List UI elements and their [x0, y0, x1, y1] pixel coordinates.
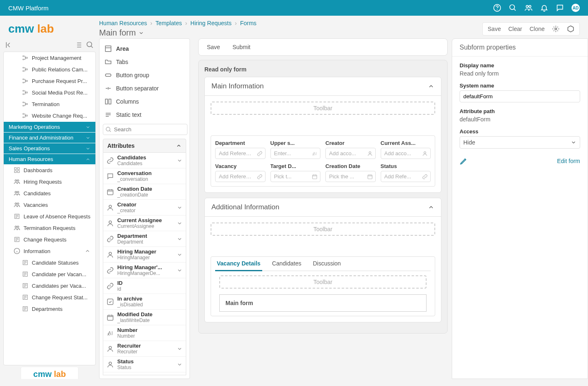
logo[interactable]: cmw lab — [8, 22, 99, 36]
attribute-item[interactable]: Conversation_conversation — [103, 168, 186, 184]
clone-button[interactable]: Clone — [529, 26, 545, 32]
attribute-item[interactable]: Creator_creator — [103, 200, 186, 215]
palette-item[interactable]: Columns — [103, 95, 186, 108]
nav-group[interactable]: Finance and Administration — [4, 132, 95, 143]
palette-item[interactable]: Button separator — [103, 82, 186, 95]
field-input[interactable]: Add Referenc... — [215, 171, 266, 182]
breadcrumb-item[interactable]: Forms — [240, 20, 256, 26]
form-field[interactable]: Target D... Pick t... — [270, 163, 321, 182]
gear-icon[interactable] — [552, 25, 560, 33]
nav-item[interactable]: Vacancies — [4, 199, 95, 211]
attribute-item[interactable]: Hiring ManagerHiringManager — [103, 247, 186, 263]
form-field[interactable]: Upper s... Enter... — [270, 140, 321, 159]
section-header[interactable]: Additional Information — [205, 198, 441, 217]
nav-item[interactable]: Departments — [4, 303, 95, 315]
section-header[interactable]: Main Information — [205, 77, 441, 96]
subform-main-form[interactable]: Main form — [219, 294, 427, 312]
attribute-item[interactable]: IDid — [103, 278, 186, 294]
field-input[interactable]: Add Referenc... — [215, 148, 266, 159]
nav-item[interactable]: Social Media Post Re... — [4, 87, 95, 98]
nav-item[interactable]: Leave of Absence Requests — [4, 211, 95, 222]
footer-logo[interactable]: cmw lab — [3, 365, 96, 379]
search-icon[interactable] — [86, 41, 94, 49]
system-name-input[interactable] — [460, 90, 580, 102]
palette-item[interactable]: Area — [103, 42, 186, 55]
nav-item[interactable]: Public Relations Cam... — [4, 64, 95, 75]
palette-item[interactable]: Button group — [103, 69, 186, 82]
collapse-icon[interactable] — [5, 41, 13, 49]
prop-label: Display name — [460, 62, 580, 69]
field-input[interactable]: Enter... — [270, 148, 321, 159]
attribute-item[interactable]: DepartmentDepartment — [103, 231, 186, 247]
nav-item[interactable]: Project Management — [4, 52, 95, 64]
form-title: Read only form — [204, 66, 441, 73]
nav-item[interactable]: Purchase Request Pr... — [4, 75, 95, 87]
nav-item[interactable]: Hiring Requests — [4, 176, 95, 187]
nav-item[interactable]: Termination Requests — [4, 222, 95, 234]
nav-item[interactable]: Dashboards — [4, 164, 95, 176]
nav-item[interactable]: Termination — [4, 98, 95, 110]
nav-item[interactable]: Information — [4, 245, 95, 257]
toolbar-placeholder[interactable]: Toolbar — [211, 223, 435, 236]
attribute-item[interactable]: NumberNumber — [103, 325, 186, 341]
form-icon — [22, 259, 28, 266]
help-icon[interactable] — [493, 4, 501, 12]
form-field[interactable]: Creation Date Pick the ... — [325, 163, 376, 182]
attribute-item[interactable]: Modified Date_lastWriteDate — [103, 310, 186, 325]
edit-form-link[interactable]: Edit form — [557, 158, 580, 164]
nav-item[interactable]: Candidate per Vacan... — [4, 268, 95, 280]
nav-item[interactable]: Change Request Stat... — [4, 291, 95, 303]
nav-item[interactable]: Candidates per Vaca... — [4, 280, 95, 291]
form-field[interactable]: Department Add Referenc... — [215, 140, 266, 159]
field-input[interactable]: Pick the ... — [325, 171, 376, 182]
breadcrumb-item[interactable]: Human Resources — [99, 20, 147, 26]
save-button[interactable]: Save — [207, 44, 220, 50]
field-input[interactable]: Add acco... — [325, 148, 376, 159]
toolbar-placeholder[interactable]: Toolbar — [219, 275, 427, 289]
attribute-item[interactable]: Creation Date_creationDate — [103, 184, 186, 200]
nav-item[interactable]: Website Change Req... — [4, 110, 95, 121]
breadcrumb-item[interactable]: Hiring Requests — [190, 20, 232, 26]
attributes-header[interactable]: Attributes — [103, 139, 186, 153]
nav-item[interactable]: Candidate Statuses — [4, 257, 95, 268]
pencil-icon[interactable] — [460, 157, 468, 165]
field-input[interactable]: Add Refe... — [381, 171, 431, 182]
nav-item[interactable]: Candidates — [4, 187, 95, 199]
hex-icon[interactable] — [567, 25, 574, 33]
attribute-item[interactable]: CandidatesCandidates — [103, 153, 186, 168]
search-icon[interactable] — [509, 4, 517, 12]
tab-vacancy-details[interactable]: Vacancy Details — [215, 257, 262, 271]
nav-group[interactable]: Sales Operations — [4, 143, 95, 154]
tab-discussion[interactable]: Discussion — [311, 257, 343, 270]
toolbar-placeholder[interactable]: Toolbar — [211, 102, 435, 115]
attribute-item[interactable]: Current AssigneeCurrentAssignee — [103, 215, 186, 231]
attribute-item[interactable]: RecruiterRecruiter — [103, 341, 186, 357]
access-select[interactable]: Hide — [460, 136, 580, 149]
attribute-item[interactable]: In archive_isDisabled — [103, 294, 186, 310]
palette-item[interactable]: Tabs — [103, 55, 186, 69]
attribute-item[interactable]: Hiring Manager'...HiringManagerDe... — [103, 263, 186, 278]
palette-item[interactable]: Static text — [103, 108, 186, 121]
list-icon[interactable] — [74, 41, 83, 49]
tab-candidates[interactable]: Candidates — [270, 257, 303, 270]
nav-item[interactable]: Change Requests — [4, 234, 95, 245]
bell-icon[interactable] — [540, 4, 548, 12]
page-title[interactable]: Main form — [99, 28, 482, 38]
form-field[interactable]: Status Add Refe... — [381, 163, 431, 182]
chat-icon[interactable] — [556, 4, 564, 12]
field-input[interactable]: Pick t... — [270, 171, 321, 182]
people-icon[interactable] — [524, 4, 533, 12]
avatar[interactable]: AD — [571, 4, 580, 12]
clear-button[interactable]: Clear — [508, 26, 522, 32]
nav-group[interactable]: Human Resources — [4, 154, 95, 164]
form-field[interactable]: Vacancy Add Referenc... — [215, 163, 266, 182]
field-input[interactable]: Add acco... — [381, 148, 431, 159]
form-field[interactable]: Current Ass... Add acco... — [381, 140, 431, 159]
palette-search-input[interactable] — [103, 124, 187, 135]
form-field[interactable]: Creator Add acco... — [325, 140, 376, 159]
breadcrumb-item[interactable]: Templates — [156, 20, 182, 26]
save-button[interactable]: Save — [488, 26, 501, 32]
submit-button[interactable]: Submit — [232, 44, 251, 50]
nav-group[interactable]: Marketing Operations — [4, 121, 95, 132]
attribute-item[interactable]: StatusStatus — [103, 357, 186, 372]
